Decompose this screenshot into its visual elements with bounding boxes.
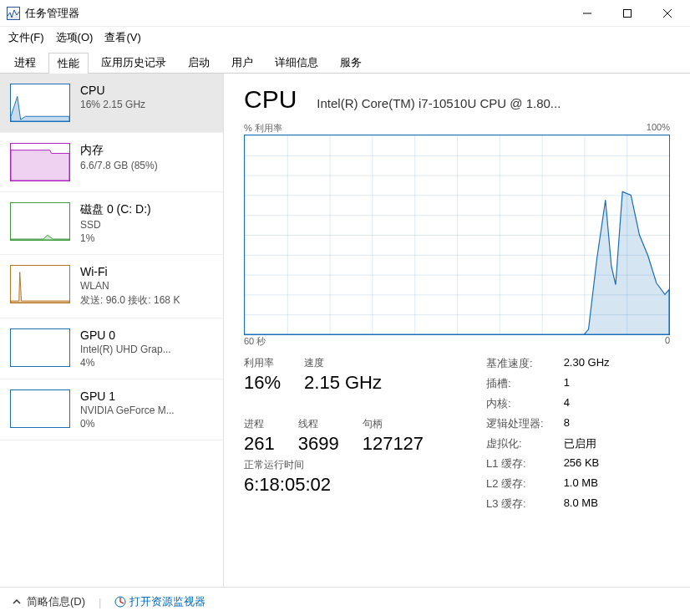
- stat-key: 基准速度:: [486, 356, 544, 371]
- stat-val: 2.30 GHz: [564, 356, 610, 371]
- tab-performance[interactable]: 性能: [48, 53, 89, 74]
- sidebar: CPU 16% 2.15 GHz 内存 6.6/7.8 GB (85%): [0, 74, 224, 587]
- sidebar-item-sub2: 0%: [80, 418, 175, 430]
- stat-value-threads: 3699: [298, 433, 339, 455]
- resource-monitor-icon: [114, 596, 126, 608]
- stat-label-speed: 速度: [304, 356, 382, 370]
- tab-users[interactable]: 用户: [222, 52, 262, 73]
- tab-app-history[interactable]: 应用历史记录: [92, 52, 175, 73]
- title-bar: 任务管理器: [0, 0, 690, 27]
- chart-label-topleft: % 利用率: [244, 122, 282, 135]
- detail-subtitle: Intel(R) Core(TM) i7-10510U CPU @ 1.80..…: [317, 96, 670, 110]
- window-title: 任务管理器: [25, 6, 568, 21]
- sidebar-item-label: GPU 1: [80, 389, 175, 403]
- thumb-wifi: [10, 265, 70, 303]
- stat-label-threads: 线程: [298, 417, 339, 431]
- tab-processes[interactable]: 进程: [5, 52, 45, 73]
- menu-options[interactable]: 选项(O): [56, 30, 94, 45]
- stat-key: 虚拟化:: [486, 436, 544, 451]
- stat-val: 8.0 MB: [564, 496, 610, 512]
- stat-value-speed: 2.15 GHz: [304, 372, 382, 394]
- sidebar-item-memory[interactable]: 内存 6.6/7.8 GB (85%): [0, 133, 223, 192]
- main: CPU 16% 2.15 GHz 内存 6.6/7.8 GB (85%): [0, 74, 690, 587]
- stat-val: 4: [564, 396, 610, 411]
- stat-value-handles: 127127: [363, 433, 424, 455]
- menu-view[interactable]: 查看(V): [104, 30, 140, 45]
- stat-label-utilization: 利用率: [244, 356, 281, 370]
- detail-title: CPU: [244, 85, 297, 114]
- sidebar-item-wifi[interactable]: Wi-Fi WLAN 发送: 96.0 接收: 168 K: [0, 255, 223, 318]
- thumb-gpu1: [10, 389, 70, 428]
- thumb-disk: [10, 202, 70, 241]
- stat-val: 已启用: [564, 436, 610, 451]
- sidebar-item-gpu1[interactable]: GPU 1 NVIDIA GeForce M... 0%: [0, 379, 223, 440]
- sidebar-item-disk[interactable]: 磁盘 0 (C: D:) SSD 1%: [0, 192, 223, 255]
- sidebar-item-sub: NVIDIA GeForce M...: [80, 405, 175, 416]
- tab-details[interactable]: 详细信息: [266, 52, 327, 73]
- sidebar-item-cpu[interactable]: CPU 16% 2.15 GHz: [0, 74, 223, 133]
- sidebar-item-sub: SSD: [80, 219, 151, 231]
- footer: 简略信息(D) | 打开资源监视器: [0, 587, 690, 616]
- close-button[interactable]: [648, 2, 687, 25]
- menu-file[interactable]: 文件(F): [8, 30, 44, 45]
- cpu-chart: [244, 135, 670, 335]
- stats-right: 基准速度: 2.30 GHz 插槽: 1 内核: 4 逻辑处理器: 8 虚拟化:…: [486, 356, 610, 512]
- maximize-button[interactable]: [608, 2, 647, 25]
- tab-startup[interactable]: 启动: [179, 52, 219, 73]
- menubar: 文件(F) 选项(O) 查看(V): [0, 27, 690, 48]
- stat-key: L2 缓存:: [486, 476, 544, 491]
- chart-label-bottomright: 0: [665, 335, 670, 348]
- stat-key: 内核:: [486, 396, 544, 411]
- tabs: 进程 性能 应用历史记录 启动 用户 详细信息 服务: [0, 48, 690, 74]
- minimize-button[interactable]: [568, 2, 606, 25]
- fewer-details-button[interactable]: 简略信息(D): [12, 594, 85, 609]
- thumb-memory: [10, 143, 70, 181]
- sidebar-item-sub: 6.6/7.8 GB (85%): [80, 160, 158, 171]
- stat-val: 1: [564, 376, 610, 391]
- stat-label-handles: 句柄: [363, 417, 424, 431]
- stat-value-uptime: 6:18:05:02: [244, 474, 461, 496]
- sidebar-item-sub2: 1%: [80, 232, 151, 244]
- stat-key: 插槽:: [486, 376, 544, 391]
- chevron-up-icon: [12, 597, 22, 607]
- sidebar-item-sub2: 发送: 96.0 接收: 168 K: [80, 293, 180, 308]
- stat-value-processes: 261: [244, 433, 275, 455]
- open-resource-monitor-link[interactable]: 打开资源监视器: [114, 594, 205, 609]
- chart-label-bottomleft: 60 秒: [244, 335, 266, 348]
- stat-key: 逻辑处理器:: [486, 416, 544, 431]
- thumb-gpu0: [10, 328, 70, 367]
- sidebar-item-label: GPU 0: [80, 328, 171, 342]
- svg-rect-1: [624, 9, 632, 17]
- sidebar-item-label: 磁盘 0 (C: D:): [80, 202, 151, 217]
- sidebar-item-label: Wi-Fi: [80, 265, 180, 278]
- stat-label-processes: 进程: [244, 417, 275, 431]
- stat-key: L1 缓存:: [486, 456, 544, 471]
- chart-label-topright: 100%: [647, 122, 670, 135]
- stat-key: L3 缓存:: [486, 496, 544, 512]
- thumb-cpu: [10, 84, 70, 122]
- fewer-details-label: 简略信息(D): [27, 594, 85, 609]
- sidebar-item-sub: WLAN: [80, 280, 180, 292]
- sidebar-item-sub2: 4%: [80, 357, 171, 369]
- sidebar-item-sub: Intel(R) UHD Grap...: [80, 344, 171, 355]
- app-icon: [7, 7, 20, 20]
- sidebar-item-label: CPU: [80, 84, 145, 97]
- sidebar-item-gpu0[interactable]: GPU 0 Intel(R) UHD Grap... 4%: [0, 318, 223, 379]
- open-resource-monitor-label: 打开资源监视器: [129, 594, 205, 609]
- stat-val: 256 KB: [564, 456, 610, 471]
- tab-services[interactable]: 服务: [331, 52, 371, 73]
- sidebar-item-label: 内存: [80, 143, 158, 158]
- stat-val: 8: [564, 416, 610, 431]
- stat-val: 1.0 MB: [564, 476, 610, 491]
- stat-label-uptime: 正常运行时间: [244, 458, 461, 472]
- stat-value-utilization: 16%: [244, 372, 281, 394]
- sidebar-item-sub: 16% 2.15 GHz: [80, 99, 145, 110]
- detail-pane: CPU Intel(R) Core(TM) i7-10510U CPU @ 1.…: [224, 74, 690, 587]
